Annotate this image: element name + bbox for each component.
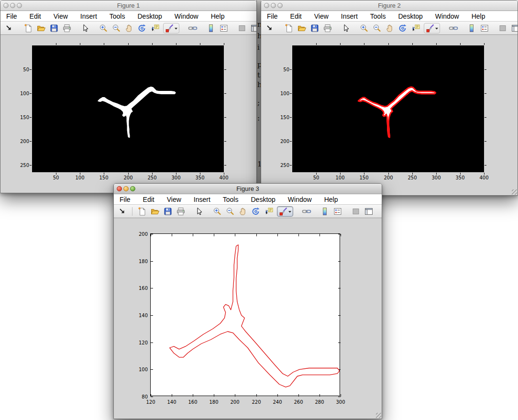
save-icon[interactable] — [49, 23, 59, 33]
pan-icon[interactable] — [238, 207, 248, 216]
brush-menu-caret-icon[interactable] — [174, 24, 178, 32]
figure2-axes[interactable]: 5010015020025030035040050100150200250 — [292, 45, 484, 172]
menu-edit[interactable]: Edit — [30, 12, 41, 20]
menu-desktop[interactable]: Desktop — [251, 196, 275, 203]
insert-colorbar-icon[interactable] — [206, 23, 216, 33]
resize-grip[interactable] — [376, 413, 381, 418]
print-icon[interactable] — [176, 207, 186, 216]
menu-file[interactable]: File — [6, 12, 17, 20]
cursor-icon[interactable] — [80, 23, 90, 33]
new-file-icon[interactable] — [23, 23, 33, 33]
brush-icon[interactable] — [425, 23, 435, 33]
menu-edit[interactable]: Edit — [290, 12, 302, 20]
show-plot-tools-icon[interactable] — [364, 207, 374, 216]
menu-edit[interactable]: Edit — [143, 196, 154, 203]
brush-menu-caret-icon[interactable] — [435, 24, 439, 32]
hide-plot-tools-icon[interactable] — [498, 23, 507, 33]
cursor-icon[interactable] — [341, 23, 351, 33]
tick-mark — [290, 69, 292, 70]
new-file-icon[interactable] — [284, 23, 294, 33]
data-cursor-icon[interactable] — [264, 207, 274, 216]
show-plot-tools-icon[interactable] — [511, 23, 518, 33]
brush-menu-caret-icon[interactable] — [288, 208, 292, 215]
insert-colorbar-icon[interactable] — [467, 23, 476, 33]
tick-mark — [388, 173, 389, 175]
figure1-axes[interactable]: 5010015020025030035040050100150200250 — [32, 45, 224, 172]
background-text-fragment: t — [257, 72, 260, 79]
menu-insert[interactable]: Insert — [80, 12, 97, 20]
data-cursor-icon[interactable] — [411, 23, 420, 33]
menu-view[interactable]: View — [314, 12, 329, 20]
menu-desktop[interactable]: Desktop — [398, 12, 422, 20]
insert-legend-icon[interactable] — [219, 23, 229, 33]
menu-file[interactable]: File — [267, 12, 278, 20]
zoom-out-icon[interactable] — [111, 23, 121, 33]
zoom-in-icon[interactable] — [212, 207, 222, 216]
menu-help[interactable]: Help — [324, 196, 338, 203]
figure3-titlebar[interactable]: Figure 3 — [114, 184, 382, 194]
resize-grip[interactable] — [512, 189, 517, 195]
hide-plot-tools-icon[interactable] — [351, 207, 361, 216]
menu-view[interactable]: View — [54, 12, 68, 20]
figure2-titlebar[interactable]: Figure 2 — [261, 0, 518, 11]
menu-tools[interactable]: Tools — [110, 12, 125, 20]
link-plots-icon[interactable] — [449, 23, 458, 33]
open-folder-icon[interactable] — [36, 23, 46, 33]
print-icon[interactable] — [323, 23, 332, 33]
pan-icon[interactable] — [124, 23, 134, 33]
brush-icon[interactable] — [165, 23, 174, 33]
menu-view[interactable]: View — [167, 196, 181, 203]
menu-file[interactable]: File — [120, 196, 131, 203]
menu-tools[interactable]: Tools — [370, 12, 386, 20]
menu-window[interactable]: Window — [288, 196, 312, 203]
save-icon[interactable] — [310, 23, 320, 33]
brush-tool-toggle[interactable] — [163, 23, 179, 33]
zoom-in-icon[interactable] — [359, 23, 369, 33]
brush-tool-toggle[interactable] — [277, 206, 293, 217]
open-folder-icon[interactable] — [150, 207, 160, 216]
tick-mark — [200, 173, 200, 175]
figure1-titlebar[interactable]: Figure 1 — [0, 0, 256, 11]
brush-tool-toggle[interactable] — [424, 23, 440, 33]
menu-help[interactable]: Help — [472, 12, 485, 20]
zoom-out-icon[interactable] — [372, 23, 382, 33]
brush-icon[interactable] — [278, 207, 288, 216]
insert-legend-icon[interactable] — [333, 207, 342, 216]
menu-help[interactable]: Help — [211, 12, 225, 20]
zoom-in-icon[interactable] — [99, 23, 108, 33]
undock-icon[interactable] — [4, 23, 14, 33]
background-text-fragment: i — [257, 44, 260, 51]
tick-mark — [176, 43, 176, 45]
insert-colorbar-icon[interactable] — [320, 207, 330, 216]
open-folder-icon[interactable] — [297, 23, 307, 33]
menu-desktop[interactable]: Desktop — [137, 12, 162, 20]
tick-mark — [364, 173, 364, 175]
tick-mark — [151, 397, 153, 397]
pan-icon[interactable] — [385, 23, 395, 33]
menu-window[interactable]: Window — [175, 12, 198, 20]
rotate-3d-icon[interactable] — [251, 207, 261, 216]
menu-insert[interactable]: Insert — [341, 12, 358, 20]
undock-icon[interactable] — [118, 207, 127, 216]
tick-mark — [56, 173, 56, 175]
rotate-3d-icon[interactable] — [398, 23, 408, 33]
print-icon[interactable] — [62, 23, 72, 33]
hide-plot-tools-icon[interactable] — [237, 23, 247, 33]
show-plot-tools-icon[interactable] — [250, 23, 257, 33]
new-file-icon[interactable] — [137, 207, 147, 216]
link-plots-icon[interactable] — [302, 207, 311, 216]
figure3-axes[interactable]: 1201401601802002202402602803008010012014… — [150, 233, 340, 396]
tick-mark — [200, 43, 200, 45]
menu-tools[interactable]: Tools — [223, 196, 239, 203]
undock-icon[interactable] — [265, 23, 275, 33]
insert-legend-icon[interactable] — [480, 23, 489, 33]
menu-insert[interactable]: Insert — [194, 196, 210, 203]
zoom-out-icon[interactable] — [225, 207, 235, 216]
menu-window[interactable]: Window — [435, 12, 459, 20]
link-plots-icon[interactable] — [188, 23, 198, 33]
data-cursor-icon[interactable] — [150, 23, 160, 33]
rotate-3d-icon[interactable] — [137, 23, 147, 33]
save-icon[interactable] — [163, 207, 173, 216]
cursor-icon[interactable] — [194, 207, 204, 216]
x-tick-label: 200 — [121, 176, 136, 180]
